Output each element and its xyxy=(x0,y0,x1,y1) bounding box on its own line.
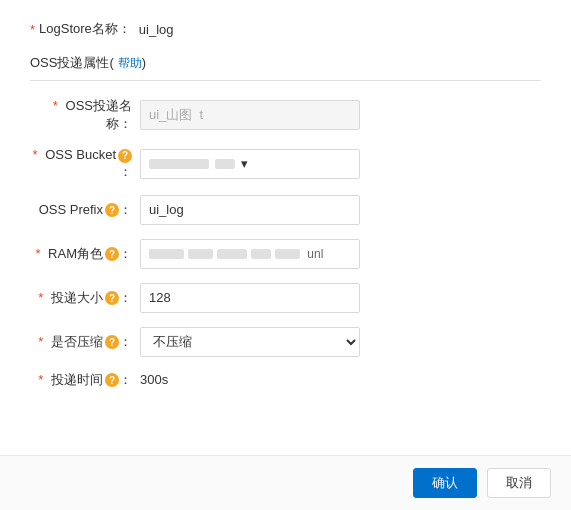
oss-bucket-label: * OSS Bucket?： xyxy=(30,147,140,181)
oss-bucket-masked-1 xyxy=(149,159,209,169)
compress-select[interactable]: 不压缩 gzip snappy xyxy=(140,327,360,357)
compress-label: * 是否压缩?： xyxy=(30,333,140,351)
section-title: OSS投递属性(帮助) xyxy=(30,54,541,81)
delivery-time-help-icon[interactable]: ? xyxy=(105,373,119,387)
oss-prefix-label: OSS Prefix?： xyxy=(30,201,140,219)
oss-delivery-name-label: * OSS投递名称： xyxy=(30,97,140,133)
oss-delivery-name-row: * OSS投递名称： xyxy=(30,97,541,133)
oss-bucket-arrow: ▾ xyxy=(241,156,248,171)
ram-masked-2 xyxy=(188,249,213,259)
oss-prefix-help-icon[interactable]: ? xyxy=(105,203,119,217)
compress-row: * 是否压缩?： 不压缩 gzip snappy xyxy=(30,327,541,357)
delivery-size-input[interactable] xyxy=(140,283,360,313)
oss-bucket-help-icon[interactable]: ? xyxy=(118,149,132,163)
ram-masked-1 xyxy=(149,249,184,259)
required-star: * xyxy=(30,22,35,37)
required-star-2: * xyxy=(33,147,38,162)
logstore-value: ui_log xyxy=(139,22,174,37)
ram-role-help-icon[interactable]: ? xyxy=(105,247,119,261)
oss-bucket-masked-2 xyxy=(215,159,235,169)
cancel-button[interactable]: 取消 xyxy=(487,468,551,498)
oss-delivery-name-input[interactable] xyxy=(140,100,360,130)
required-star-5: * xyxy=(38,334,43,349)
main-content: * LogStore名称： ui_log OSS投递属性(帮助) * OSS投递… xyxy=(0,0,571,455)
section-title-text: OSS投递属性 xyxy=(30,55,109,70)
delivery-size-label: * 投递大小?： xyxy=(30,289,140,307)
logstore-label: LogStore名称： xyxy=(39,20,131,38)
oss-bucket-row: * OSS Bucket?： ▾ xyxy=(30,147,541,181)
ram-suffix: unl xyxy=(304,247,323,261)
ram-role-row: * RAM角色?： unl xyxy=(30,239,541,269)
delivery-time-label: * 投递时间?： xyxy=(30,371,140,389)
ram-masked-5 xyxy=(275,249,300,259)
delivery-time-value: 300s xyxy=(140,372,168,387)
confirm-button[interactable]: 确认 xyxy=(413,468,477,498)
ram-masked-4 xyxy=(251,249,271,259)
delivery-time-row: * 投递时间?： 300s xyxy=(30,371,541,389)
footer: 确认 取消 xyxy=(0,455,571,510)
compress-help-icon[interactable]: ? xyxy=(105,335,119,349)
help-link[interactable]: 帮助 xyxy=(118,56,142,70)
ram-masked-3 xyxy=(217,249,247,259)
required-star-3: * xyxy=(35,246,40,261)
logstore-row: * LogStore名称： ui_log xyxy=(30,20,541,38)
required-star-6: * xyxy=(38,372,43,387)
oss-prefix-input[interactable] xyxy=(140,195,360,225)
delivery-size-help-icon[interactable]: ? xyxy=(105,291,119,305)
ram-role-label: * RAM角色?： xyxy=(30,245,140,263)
delivery-size-row: * 投递大小?： xyxy=(30,283,541,313)
oss-prefix-row: OSS Prefix?： xyxy=(30,195,541,225)
required-star-1: * xyxy=(53,98,58,113)
required-star-4: * xyxy=(38,290,43,305)
